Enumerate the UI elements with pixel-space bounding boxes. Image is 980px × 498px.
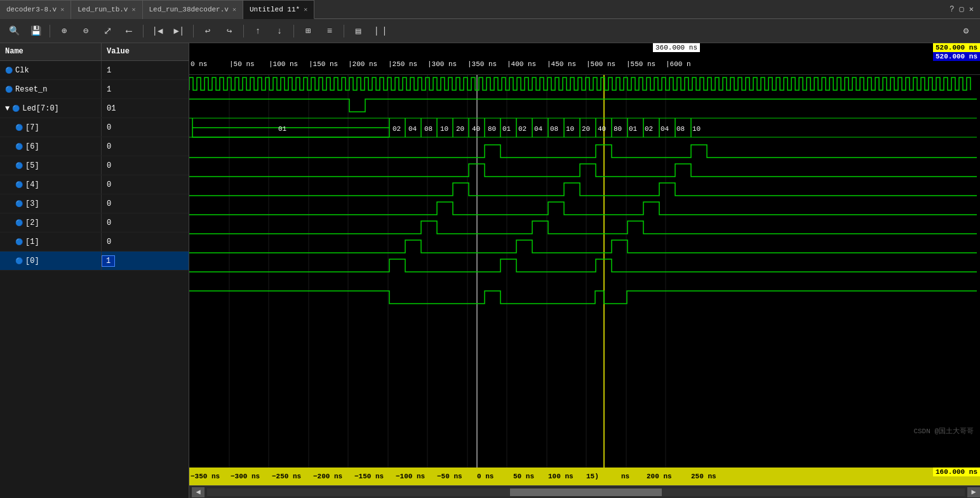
svg-text:20: 20 [582,125,590,133]
svg-text:04: 04 [661,125,669,133]
bottom-label-200ns-b: 200 ns [647,473,672,480]
waveform-area[interactable]: 360.000 ns 520.000 ns 520.000 ns 0 ns |5… [189,43,980,498]
svg-text:10: 10 [692,125,701,133]
save-button[interactable]: 💾 [27,22,44,40]
tab-led-tb[interactable]: Led_run_tb.v ✕ [71,0,142,19]
svg-text:80: 80 [614,125,622,133]
signal-row-led1[interactable]: 🔵 [1] 0 [0,232,189,252]
expand-button[interactable]: ⊞ [299,22,317,40]
led2-waveform [189,240,977,253]
value-column-header: Value [102,43,135,60]
ruler-label-50ns: |50 ns [229,60,255,68]
led1-waveform [189,259,977,272]
signal-row-led7[interactable]: 🔵 [7] 0 [0,118,189,137]
led-bus-label: Led[7:0] [22,104,59,113]
led1-label: [1] [25,238,39,246]
tab-right-icons: ? ▢ ✕ [950,4,980,14]
clk-value: 1 [102,66,116,75]
tab-decoder[interactable]: decoder3-8.v ✕ [0,0,71,19]
tab-led-38-close[interactable]: ✕ [232,6,236,13]
bus-labels: 01 02 04 08 10 20 40 80 01 02 04 08 10 2… [278,125,701,133]
led4-icon: 🔵 [15,181,23,189]
cursor2-top-marker: 520.000 ns [933,43,980,52]
group-button[interactable]: ▤ [349,22,367,40]
ruler-label-350ns: |350 ns [467,60,497,68]
bottom-label-50ns: 50 ns [513,473,534,480]
signal-row-led0[interactable]: 🔵 [0] 1 [0,252,189,271]
tab-bar: decoder3-8.v ✕ Led_run_tb.v ✕ Led_run_38… [0,0,980,19]
scroll-left-btn[interactable]: ◀ [192,487,205,497]
signal-row-led4[interactable]: 🔵 [4] 0 [0,175,189,194]
svg-text:02: 02 [518,125,527,133]
bottom-label-250ns: 250 ns [691,473,716,480]
led2-value: 0 [102,219,116,227]
signal-row-clk[interactable]: 🔵 Clk 1 [0,61,189,80]
signal-row-led6[interactable]: 🔵 [6] 0 [0,137,189,156]
led0-icon: 🔵 [15,257,23,265]
scroll-right-btn[interactable]: ▶ [967,487,980,497]
horizontal-scrollbar[interactable] [207,488,965,496]
tab-led-tb-close[interactable]: ✕ [131,6,135,13]
divider-button[interactable]: | | [371,22,389,40]
waveforms-svg: 01 02 04 08 10 20 40 80 01 02 04 08 10 2… [189,75,980,468]
time-ruler: 360.000 ns 520.000 ns 520.000 ns 0 ns |5… [189,43,980,75]
bottom-ruler: 160.000 ns −350 ns −300 ns −250 ns −200 … [189,468,980,485]
signal-row-reset[interactable]: 🔵 Reset_n 1 [0,80,189,99]
bottom-label-n50: −50 ns [437,473,462,480]
bottom-label-n350: −350 ns [191,473,220,480]
tab-led-38[interactable]: Led_run_38decoder.v ✕ [143,0,243,19]
cursor1-button[interactable]: ↩ [199,22,217,40]
signals-canvas: 01 02 04 08 10 20 40 80 01 02 04 08 10 2… [189,75,980,468]
down-button[interactable]: ↓ [271,22,288,40]
close-window-icon[interactable]: ✕ [969,4,974,14]
reset-value: 1 [102,85,116,94]
clk-label: Clk [15,66,29,75]
led5-waveform [189,183,977,196]
ruler-label-450ns: |450 ns [547,60,576,68]
bottom-scroll[interactable]: ◀ ▶ [189,485,980,498]
scrollbar-thumb[interactable] [510,488,662,496]
tab-decoder-close[interactable]: ✕ [60,6,64,13]
collapse-button[interactable]: ≡ [321,22,339,40]
zoom-out-button[interactable]: ⊖ [77,22,95,40]
restore-icon[interactable]: ▢ [960,4,964,14]
toolbar-separator-5 [293,25,294,37]
led6-label: [6] [25,142,39,151]
tab-untitled-close[interactable]: ✕ [304,6,307,13]
led7-waveform [189,145,977,158]
help-icon[interactable]: ? [950,5,954,14]
search-button[interactable]: 🔍 [5,22,23,40]
bottom-label-n100: −100 ns [396,473,425,480]
bottom-label-200ns: ns [621,473,629,480]
clk-waveform [189,77,970,90]
up-button[interactable]: ↑ [249,22,267,40]
signal-row-led3[interactable]: 🔵 [3] 0 [0,194,189,213]
tab-untitled-label: Untitled 11* [250,6,300,13]
zoom-in-button[interactable]: ⊕ [55,22,73,40]
last-button[interactable]: ▶| [170,22,188,40]
bottom-label-150ns: 15) [586,473,599,480]
svg-text:08: 08 [550,125,558,133]
led6-value: 0 [102,142,116,151]
bottom-label-n250: −250 ns [272,473,301,480]
settings-button[interactable]: ⚙ [957,22,975,40]
led1-value: 0 [102,238,116,246]
svg-text:04: 04 [534,125,543,133]
cursor2-button[interactable]: ↪ [220,22,238,40]
signal-name-led5: 🔵 [5] [0,156,102,175]
tab-led-tb-label: Led_run_tb.v [77,6,128,13]
first-button[interactable]: |◀ [149,22,166,40]
signal-row-led5[interactable]: 🔵 [5] 0 [0,156,189,175]
toolbar-separator-2 [143,25,144,37]
svg-text:80: 80 [488,125,496,133]
clk-icon: 🔵 [5,67,13,74]
snap-button[interactable]: ⟵ [120,22,138,40]
fit-button[interactable]: ⤢ [98,22,116,40]
expand-arrow: ▼ [5,104,10,113]
tab-untitled[interactable]: Untitled 11* ✕ [243,0,314,19]
signal-name-led2: 🔵 [2] [0,213,102,232]
ruler-label-550ns: |550 ns [626,60,655,68]
bottom-label-n200: −200 ns [313,473,342,480]
signal-row-led-bus[interactable]: ▼ 🔵 Led[7:0] 01 [0,99,189,118]
signal-row-led2[interactable]: 🔵 [2] 0 [0,213,189,232]
